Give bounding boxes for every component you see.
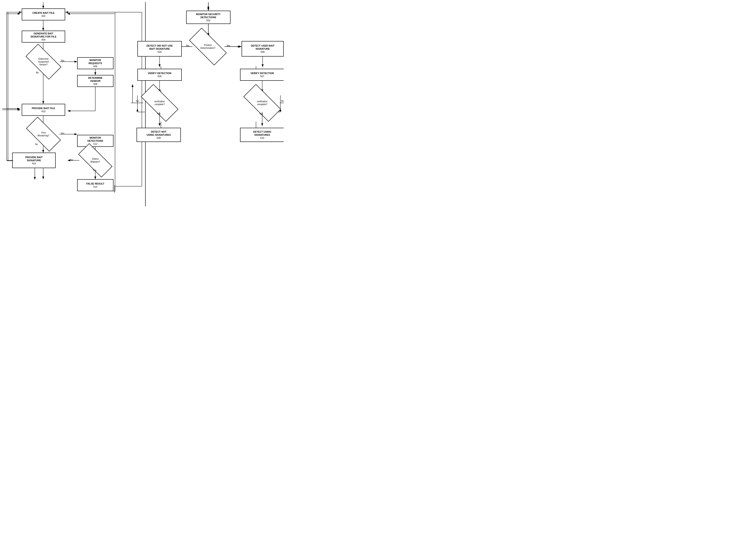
box-monitor-requests: MONITOR REQUESTS 406 (77, 57, 113, 69)
loop-right-line (113, 12, 117, 192)
label-yes-malware: Yes (92, 169, 96, 171)
box-verify-detection-507: VERIFY DETECTION 507 (240, 69, 284, 81)
box-monitor-security-detections: MONITOR SECURITY DETECTIONS 502 (186, 11, 230, 24)
box-detect-using: DETECT USING SIGNATURES 510 (240, 128, 284, 142)
box-provide-bait-signature: PROVIDE BAIT SIGNATURE 416 (12, 152, 55, 168)
bottom-arrow-provide-sig (33, 168, 36, 182)
arrow-ver2-no (280, 101, 284, 105)
loop-side-line (7, 159, 13, 163)
box-detect-did-not-use: DETECT DID NOT USE BAIT SIGNATURE 504 (138, 41, 182, 57)
false-result-right (113, 185, 116, 192)
box-monitor-detections: MONITOR DETECTIONS 412 (77, 135, 113, 147)
arrow-yes-right (226, 45, 242, 49)
arrow-ver2-yes (261, 112, 264, 129)
diagram-container: CREATE BAIT FILE 402 GENERATE BAIT SIGNA… (0, 0, 284, 208)
diamond-ver-complete-2: verificationcomplete? (244, 94, 280, 112)
ver1-no-up (131, 84, 134, 104)
diamond-determine-vendor: DetermineSuspectedVendor? (27, 53, 60, 71)
label-no-first: No (35, 143, 38, 145)
label-yes-vendor: Yes (61, 60, 64, 62)
box-detect-not-using: DETECT NOT USING SIGNATURES 508 (137, 128, 181, 142)
box-generate-bait-signature: GENERATE BAIT SIGNATURE FOR FILE 404 (22, 31, 65, 43)
box-provide-bait-file: PROVIDE BAIT FILE 410 (22, 104, 65, 116)
label-no-malware: No (70, 159, 73, 161)
left-arrow-provide (2, 108, 22, 112)
box-false-result: FALSE RESULT 414 (77, 179, 113, 191)
arrow-504-to-505 (158, 57, 161, 70)
box-verify-detection-505: VERIFY DETECTION 505 (138, 69, 182, 81)
diamond-first-monitoring: FirstMonitoring? (27, 126, 60, 142)
box-detect-used-bait: DETECT USED BAIT SIGNATURE 506 (241, 41, 284, 57)
diamond-positive-determination: PositiveDetermination? (190, 38, 226, 56)
loop-top-arrow (7, 12, 22, 16)
diamond-ver-complete-1: verificationcomplete? (142, 94, 177, 112)
loop-right-top (65, 12, 115, 16)
label-no-vendor: No (36, 71, 39, 74)
arrow-506-to-507 (261, 57, 264, 70)
loop-left-arrow (7, 12, 9, 162)
arrow-ver1-yes (158, 112, 161, 129)
box-create-bait-file: CREATE BAIT FILE 402 (22, 8, 65, 21)
diamond-detect-malware: DetectMalware? (79, 152, 112, 168)
label-yes-first: Yes (61, 132, 64, 135)
top-arrow-right (207, 2, 210, 12)
box-determine-vendor: DETERMINE VENDOR 408 (77, 75, 113, 87)
